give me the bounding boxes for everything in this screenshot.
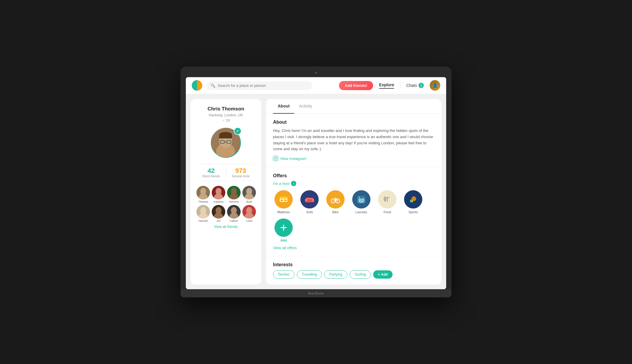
interests-section: Interests Techno Travelling Partying Sur…	[273, 262, 434, 279]
divider-2	[266, 256, 441, 256]
direct-friends-stat: 42 Direct friends	[196, 167, 226, 178]
tab-activity[interactable]: Activity	[294, 99, 317, 114]
chats-link[interactable]: Chats 1	[406, 83, 424, 88]
add-offer-icon	[274, 219, 293, 237]
interest-tag-travelling[interactable]: Travelling	[297, 270, 322, 279]
interest-tag-partying[interactable]: Partying	[324, 270, 347, 279]
host-label: I'm a host	[273, 181, 289, 186]
friend-avatar-callum	[227, 205, 241, 219]
interest-tag-surfing[interactable]: Surfing	[350, 270, 371, 279]
add-friends-button[interactable]: Add friends!	[339, 81, 373, 90]
navbar: 🔍 Add friends! Explore Chats 1 👤	[186, 77, 446, 94]
sports-icon	[404, 190, 422, 209]
explore-link[interactable]: Explore	[379, 82, 394, 89]
panel-content: About Hey, Chris here! I'm an avid trave…	[266, 114, 441, 284]
friend-avatar-katarina	[212, 186, 225, 199]
second-circle-stat: 973 Second circle	[226, 167, 256, 178]
sports-label: Sports	[403, 210, 424, 214]
list-item[interactable]: Katarina	[212, 186, 225, 203]
sofa-icon	[300, 190, 319, 209]
user-avatar-nav[interactable]: 👤	[430, 80, 440, 91]
food-label: Food	[377, 210, 398, 214]
add-offer-label: Add	[273, 239, 294, 242]
svg-rect-41	[284, 200, 287, 201]
offers-grid: Mattress	[273, 190, 434, 242]
interests-tags: Techno Travelling Partying Surfing + Add	[273, 270, 434, 279]
divider-1	[266, 167, 441, 167]
friend-name-hannah: Hannah	[196, 219, 210, 222]
mattress-icon	[274, 190, 293, 209]
friend-avatar-therese	[196, 186, 210, 199]
about-title: About	[273, 120, 434, 125]
offer-bike[interactable]: Bike	[325, 190, 346, 214]
friend-name-gerome: Gerome	[227, 200, 241, 203]
list-item[interactable]: Jon	[212, 205, 225, 222]
camera-dot	[315, 72, 317, 74]
interests-title: Interests	[273, 262, 434, 267]
mattress-label: Mattress	[273, 210, 294, 214]
second-circle-label: Second circle	[226, 175, 256, 178]
tab-about[interactable]: About	[273, 99, 294, 114]
list-item[interactable]: Brad	[242, 186, 256, 203]
offer-add[interactable]: Add	[273, 219, 294, 242]
host-verified-icon: ✓	[291, 181, 296, 186]
friend-avatar-hannah	[196, 205, 210, 219]
offer-mattress[interactable]: Mattress	[273, 190, 294, 214]
svg-rect-43	[306, 198, 313, 199]
laptop-brand: MacBook	[181, 289, 451, 297]
user-avatar-image: 👤	[430, 80, 440, 91]
friend-name-callum: Callum	[227, 219, 241, 222]
instagram-link[interactable]: View Instagram	[273, 156, 434, 161]
view-all-offers-link[interactable]: View all offers	[273, 246, 434, 250]
direct-friends-count: 42	[196, 167, 226, 175]
view-all-friends-link[interactable]: View all friends	[196, 225, 255, 229]
list-item[interactable]: Carla	[242, 205, 256, 222]
search-bar[interactable]: 🔍	[206, 81, 312, 90]
main-content: Chris Thomson Hackney, London, UK ♂ 19	[186, 94, 446, 289]
instagram-icon	[273, 156, 278, 161]
profile-pic-wrapper: ✓	[210, 127, 242, 159]
add-interest-button[interactable]: + Add	[373, 270, 392, 279]
chats-badge: 1	[418, 83, 424, 88]
friend-name-therese: Therese	[196, 200, 210, 203]
offer-sports[interactable]: Sports	[403, 190, 424, 214]
list-item[interactable]: Therese	[196, 186, 210, 203]
friend-avatar-carla	[242, 205, 256, 219]
bike-icon	[326, 190, 345, 209]
about-bio: Hey, Chris here! I'm an avid traveller a…	[273, 128, 434, 152]
svg-point-56	[359, 197, 360, 198]
search-input[interactable]	[218, 83, 308, 88]
friends-grid: Therese Katarina Gerome	[196, 186, 255, 222]
offer-sofa[interactable]: Sofa	[299, 190, 320, 214]
offer-laundry[interactable]: Laundry	[351, 190, 372, 214]
laundry-icon	[352, 190, 370, 209]
search-icon: 🔍	[211, 83, 215, 88]
friend-name-jon: Jon	[212, 219, 225, 222]
list-item[interactable]: Hannah	[196, 205, 210, 222]
right-panel: About Activity About Hey, Chris here! I'…	[266, 99, 441, 284]
second-circle-count: 973	[226, 167, 256, 175]
svg-rect-44	[305, 199, 307, 201]
list-item[interactable]: Callum	[227, 205, 241, 222]
list-item[interactable]: Gerome	[227, 186, 241, 203]
svg-rect-35	[274, 157, 277, 160]
friend-name-carla: Carla	[242, 219, 256, 222]
friend-avatar-brad	[242, 186, 256, 199]
svg-rect-45	[312, 199, 314, 201]
app-logo[interactable]	[192, 80, 202, 91]
direct-friends-label: Direct friends	[196, 175, 226, 178]
bike-label: Bike	[325, 210, 346, 214]
host-badge: I'm a host ✓	[273, 181, 434, 186]
svg-point-37	[276, 158, 277, 158]
svg-rect-39	[280, 197, 287, 199]
interest-tag-techno[interactable]: Techno	[273, 270, 295, 279]
laundry-label: Laundry	[351, 210, 372, 214]
nav-right: Add friends! Explore Chats 1 👤	[339, 80, 441, 91]
stats-row: 42 Direct friends 973 Second circle	[196, 164, 255, 181]
offer-food[interactable]: Food	[377, 190, 398, 214]
sofa-label: Sofa	[299, 210, 320, 214]
profile-name: Chris Thomson	[196, 106, 255, 112]
tabs-header: About Activity	[266, 99, 441, 114]
food-icon	[378, 190, 396, 209]
svg-rect-40	[281, 200, 283, 201]
